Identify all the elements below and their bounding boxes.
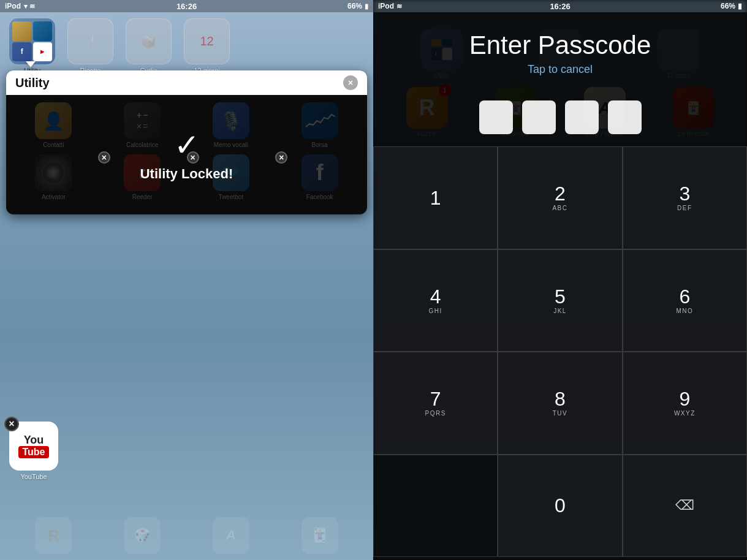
- passcode-title: Enter Passcode: [385, 31, 735, 60]
- utility-popup-header: Utility ×: [6, 70, 367, 95]
- right-battery-icon: ▮: [738, 2, 742, 10]
- passcode-cancel[interactable]: Tap to cancel: [385, 63, 735, 76]
- ricette-app[interactable]: 🍴 Ricette: [67, 18, 113, 74]
- folder-mini-stocks: [33, 21, 53, 41]
- folder-mini-fb: f: [12, 42, 32, 62]
- locked-text: Utility Locked!: [140, 166, 233, 182]
- right-device-label: iPod: [378, 2, 394, 10]
- locked-overlay: ✓ Utility Locked!: [6, 95, 367, 214]
- tweetbot-remove-badge[interactable]: ×: [187, 151, 199, 164]
- key-8-number: 8: [555, 389, 566, 409]
- left-battery-pct: 66%: [347, 2, 362, 10]
- left-panel: iPod ▾ ≋ 16:26 66% ▮ f ▶ Utility 🍴: [0, 0, 373, 560]
- numpad: 1 2 ABC 3 DEF 4 GHI 5 JKL: [373, 146, 747, 560]
- passcode-dot-2: [522, 100, 556, 134]
- key-9-letters: WXYZ: [674, 410, 696, 417]
- key-5-letters: JKL: [553, 308, 567, 314]
- 12giorni-icon: 12: [184, 18, 230, 64]
- key-6-letters: MNO: [676, 308, 693, 314]
- left-device-label: iPod: [5, 2, 21, 10]
- numpad-row-2: 4 GHI 5 JKL 6 MNO: [373, 249, 747, 352]
- key-5-number: 5: [555, 287, 566, 306]
- 12giorni-app[interactable]: 12 12 giorni: [184, 18, 230, 74]
- passcode-dot-3: [565, 100, 599, 134]
- folder-mini-yt: ▶: [33, 42, 53, 62]
- passcode-dot-4: [608, 100, 642, 134]
- right-status-bar: iPod ≋ 16:26 66% ▮: [373, 0, 747, 12]
- key-delete[interactable]: ⌫: [623, 455, 747, 558]
- right-status-right: 66% ▮: [721, 2, 742, 10]
- key-0[interactable]: 0: [498, 455, 622, 558]
- key-0-number: 0: [555, 496, 566, 515]
- key-7-number: 7: [430, 389, 441, 409]
- left-status-left: iPod ▾ ≋: [5, 2, 35, 10]
- passcode-header: Enter Passcode Tap to cancel: [373, 12, 747, 88]
- key-2[interactable]: 2 ABC: [498, 146, 622, 249]
- yt-tube-text: Tube: [18, 446, 48, 458]
- ghost-cards-icon: 🎲: [124, 517, 161, 554]
- key-3-letters: DEF: [677, 205, 692, 211]
- delete-icon: ⌫: [675, 498, 694, 513]
- right-battery-pct: 66%: [721, 2, 735, 10]
- ricette-icon: 🍴: [67, 18, 113, 64]
- utility-close-button[interactable]: ×: [343, 75, 358, 90]
- key-9[interactable]: 9 WXYZ: [623, 352, 747, 455]
- numpad-row-1: 1 2 ABC 3 DEF: [373, 146, 747, 249]
- key-7-letters: PQRS: [425, 410, 446, 417]
- cydia-app[interactable]: 📦 Cydia: [126, 18, 172, 74]
- right-panel: f Utility 12 giorni R 1: [373, 0, 747, 560]
- youtube-remove-badge[interactable]: ×: [4, 417, 19, 431]
- key-2-number: 2: [555, 184, 566, 203]
- right-time: 16:26: [550, 2, 570, 11]
- key-3-number: 3: [679, 184, 690, 203]
- key-4-number: 4: [430, 287, 441, 306]
- folder-popup-arrow: [26, 61, 36, 67]
- youtube-icon-row: × You Tube YouTube: [9, 422, 58, 480]
- key-6[interactable]: 6 MNO: [623, 249, 747, 352]
- yt-you-text: You: [24, 434, 44, 445]
- passcode-overlay: Enter Passcode Tap to cancel 1 2 ABC: [373, 12, 747, 560]
- key-1[interactable]: 1: [373, 146, 498, 249]
- key-4-letters: GHI: [429, 308, 442, 314]
- left-wifi-icon: ▾ ≋: [24, 2, 35, 10]
- key-9-number: 9: [679, 389, 690, 409]
- ghost-a-icon: A: [213, 517, 249, 554]
- key-8[interactable]: 8 TUV: [498, 352, 622, 455]
- key-4[interactable]: 4 GHI: [373, 249, 498, 352]
- utility-popup-title: Utility: [15, 76, 50, 90]
- left-time: 16:26: [176, 2, 197, 11]
- youtube-icon-wrapper[interactable]: × You Tube: [9, 422, 58, 471]
- top-apps-row: f ▶ Utility 🍴 Ricette 📦 Cydia 12 12 g: [0, 12, 373, 77]
- cydia-icon: 📦: [126, 18, 172, 64]
- right-wifi-icon: ≋: [396, 2, 402, 10]
- key-empty-left: [373, 455, 498, 558]
- ghost-r-icon: R: [35, 517, 72, 554]
- passcode-dots: [373, 100, 747, 134]
- youtube-label: YouTube: [20, 473, 47, 480]
- left-battery-icon: ▮: [365, 2, 368, 10]
- folder-mini-contacts: [12, 21, 32, 41]
- key-7[interactable]: 7 PQRS: [373, 352, 498, 455]
- key-1-number: 1: [430, 188, 441, 208]
- key-6-number: 6: [679, 287, 690, 306]
- key-2-letters: ABC: [552, 205, 567, 211]
- left-status-right: 66% ▮: [347, 2, 368, 10]
- key-3[interactable]: 3 DEF: [623, 146, 747, 249]
- reeder-remove-badge[interactable]: ×: [98, 151, 110, 164]
- ghost-cards2-icon: 🃏: [301, 517, 338, 554]
- numpad-row-3: 7 PQRS 8 TUV 9 WXYZ: [373, 352, 747, 455]
- left-status-bar: iPod ▾ ≋ 16:26 66% ▮: [0, 0, 373, 12]
- folder-icon-img: f ▶: [9, 18, 55, 64]
- key-8-letters: TUV: [553, 410, 568, 417]
- key-5[interactable]: 5 JKL: [498, 249, 622, 352]
- bottom-ghost-row: R 🎲 A 🃏: [0, 517, 373, 554]
- numpad-row-4: 0 ⌫: [373, 455, 747, 558]
- passcode-dot-1: [479, 100, 513, 134]
